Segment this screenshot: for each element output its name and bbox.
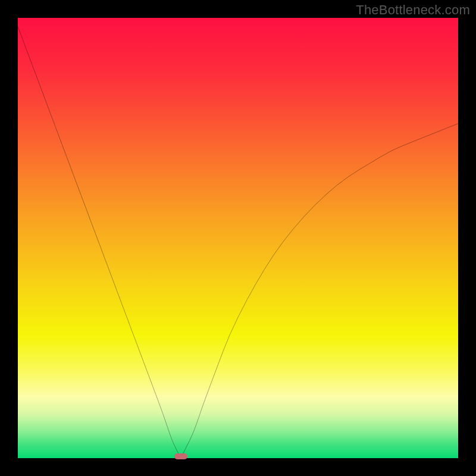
minimum-marker bbox=[174, 453, 187, 459]
bottleneck-curve bbox=[18, 18, 458, 458]
plot-area bbox=[18, 18, 458, 458]
watermark-text: TheBottleneck.com bbox=[356, 2, 470, 18]
chart-frame: TheBottleneck.com bbox=[0, 0, 476, 476]
